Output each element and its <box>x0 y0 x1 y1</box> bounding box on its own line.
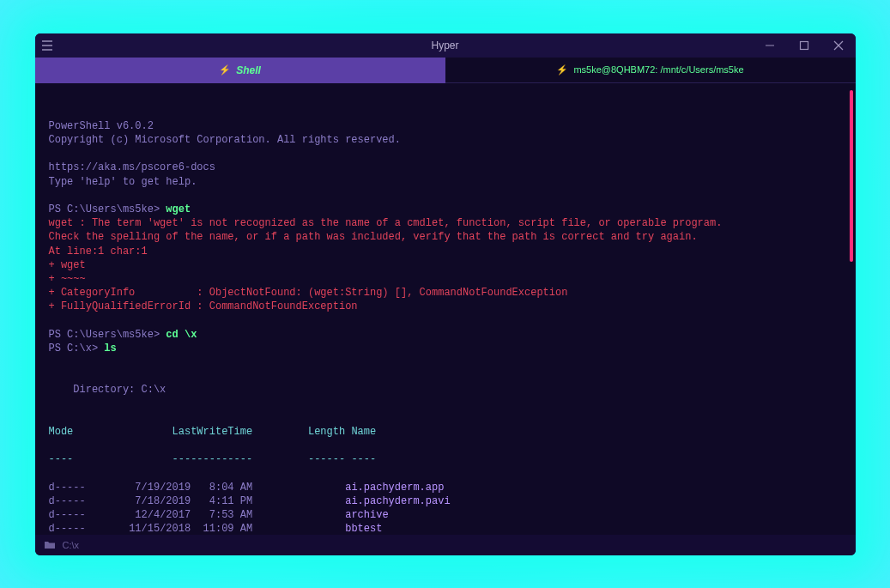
banner-line: PowerShell v6.0.2 <box>49 120 154 132</box>
error-line: + FullyQualifiedErrorId : CommandNotFoun… <box>49 300 358 312</box>
terminal-output[interactable]: PowerShell v6.0.2 Copyright (c) Microsof… <box>35 83 856 535</box>
status-path: C:\x <box>63 540 80 550</box>
prompt: PS C:\x> <box>49 342 105 355</box>
table-row: d----- 7/18/2019 4:11 PM ai.pachyderm.pa… <box>49 494 842 508</box>
window-title: Hyper <box>35 39 856 52</box>
error-line: + ~~~~ <box>49 273 86 285</box>
column-dashes: ---- ------------- ------ ---- <box>49 452 842 466</box>
column-headers: Mode LastWriteTime Length Name <box>49 425 842 439</box>
docs-link: https://aka.ms/pscore6-docs <box>49 161 215 173</box>
error-line: + wget <box>49 259 86 271</box>
command: ls <box>104 342 116 355</box>
directory-header: Directory: C:\x <box>49 384 166 396</box>
table-row: d----- 11/15/2018 11:09 AM bbtest <box>49 522 842 534</box>
table-row: d----- 7/19/2019 8:04 AM ai.pachyderm.ap… <box>49 481 842 494</box>
folder-icon <box>44 540 56 549</box>
bolt-icon: ⚡ <box>219 64 231 76</box>
help-line: Type 'help' to get help. <box>49 176 197 188</box>
titlebar: Hyper <box>35 33 856 58</box>
banner-line: Copyright (c) Microsoft Corporation. All… <box>49 134 401 146</box>
maximize-button[interactable] <box>787 33 821 58</box>
minimize-button[interactable] <box>753 33 787 58</box>
tabbar: ⚡ Shell ⚡ ms5ke@8QHBM72: /mnt/c/Users/ms… <box>35 58 856 83</box>
tab-label: Shell <box>236 64 261 76</box>
tab-shell[interactable]: ⚡ Shell <box>35 58 445 83</box>
prompt: PS C:\Users\ms5ke> <box>49 329 166 341</box>
svg-rect-4 <box>800 41 808 49</box>
error-line: + CategoryInfo : ObjectNotFound: (wget:S… <box>49 287 568 299</box>
scrollbar[interactable] <box>850 90 853 500</box>
tab-label: ms5ke@8QHBM72: /mnt/c/Users/ms5ke <box>573 64 743 75</box>
error-line: Check the spelling of the name, or if a … <box>49 231 698 243</box>
tab-wsl[interactable]: ⚡ ms5ke@8QHBM72: /mnt/c/Users/ms5ke <box>445 58 856 83</box>
scrollbar-thumb[interactable] <box>850 90 853 262</box>
statusbar: C:\x <box>35 535 856 555</box>
bolt-icon: ⚡ <box>556 64 568 76</box>
table-row: d----- 12/4/2017 7:53 AM archive <box>49 508 842 522</box>
command: cd \x <box>166 329 197 341</box>
listing-rows: d----- 7/19/2019 8:04 AM ai.pachyderm.ap… <box>49 481 842 535</box>
close-button[interactable] <box>821 33 856 58</box>
error-line: At line:1 char:1 <box>49 246 148 258</box>
command: wget <box>166 203 191 215</box>
error-line: wget : The term 'wget' is not recognized… <box>49 217 723 229</box>
terminal-window: Hyper ⚡ Shell ⚡ ms5ke@8QHBM72: /mnt <box>35 33 856 555</box>
hamburger-menu-icon[interactable] <box>35 33 59 58</box>
prompt: PS C:\Users\ms5ke> <box>49 203 166 215</box>
